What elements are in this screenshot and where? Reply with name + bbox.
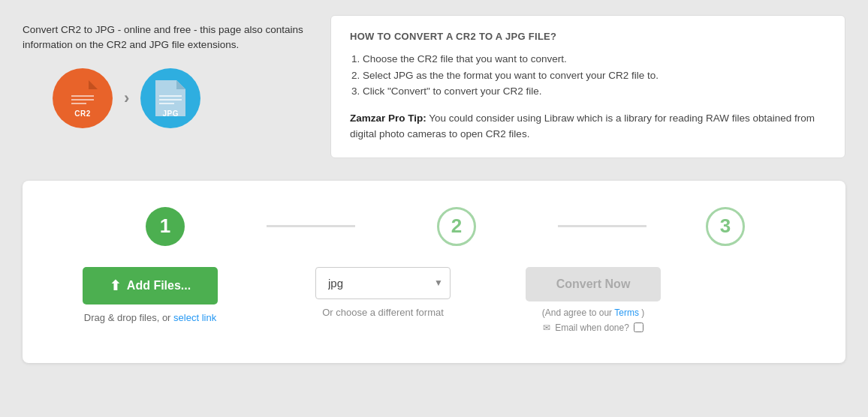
upload-icon: ⬆: [110, 278, 121, 294]
email-checkbox[interactable]: [634, 322, 643, 332]
jpg-label: JPG: [163, 110, 179, 118]
svg-rect-8: [159, 99, 182, 100]
select-link[interactable]: select link: [173, 312, 216, 323]
cr2-label: CR2: [74, 110, 91, 118]
svg-marker-6: [176, 80, 185, 89]
convert-now-button[interactable]: Convert Now: [526, 267, 661, 302]
action-col-3: Convert Now (And agree to our Terms ) ✉ …: [518, 267, 668, 333]
converter-widget: 1 2 3 ⬆ Add Files... Drag & drop files, …: [23, 181, 845, 363]
actions-row: ⬆ Add Files... Drag & drop files, or sel…: [53, 267, 815, 333]
step-line-2: [558, 225, 646, 227]
arrow-icon: ›: [124, 88, 129, 108]
format-select-wrapper: jpg png gif bmp tiff pdf ▼: [315, 267, 451, 299]
howto-list: 1. Choose the CR2 file that you want to …: [350, 51, 826, 100]
howto-title: HOW TO CONVERT A CR2 TO A JPG FILE?: [350, 31, 826, 42]
email-row: ✉ Email when done?: [543, 322, 643, 333]
action-col-1: ⬆ Add Files... Drag & drop files, or sel…: [53, 267, 248, 323]
pro-tip: Zamzar Pro Tip: You could consider using…: [350, 110, 826, 142]
cr2-file-icon: CR2: [53, 68, 113, 128]
howto-panel: HOW TO CONVERT A CR2 TO A JPG FILE? 1. C…: [330, 15, 845, 158]
terms-suffix: ): [641, 308, 644, 318]
svg-rect-2: [71, 95, 94, 97]
description-text: Convert CR2 to JPG - online and free - t…: [23, 22, 308, 53]
terms-link[interactable]: Terms: [614, 308, 639, 318]
step-3-circle: 3: [706, 207, 745, 246]
add-files-button[interactable]: ⬆ Add Files...: [83, 267, 218, 304]
svg-rect-7: [159, 95, 182, 97]
email-icon: ✉: [543, 322, 550, 333]
howto-step-2: 2. Select JPG as the the format you want…: [350, 68, 826, 84]
drag-drop-label: Drag & drop files, or: [84, 312, 171, 323]
howto-step-1: 1. Choose the CR2 file that you want to …: [350, 51, 826, 68]
svg-rect-9: [159, 103, 174, 104]
conversion-icons: CR2 › JPG: [53, 68, 308, 128]
step-2-circle: 2: [437, 207, 476, 246]
svg-rect-4: [71, 103, 86, 104]
email-label: Email when done?: [555, 322, 629, 333]
terms-prefix: (And agree to our: [542, 308, 612, 318]
howto-step-3: 3. Click "Convert" to convert your CR2 f…: [350, 83, 826, 100]
pro-tip-label: Zamzar Pro Tip:: [350, 112, 426, 124]
add-files-label: Add Files...: [127, 279, 191, 292]
steps-row: 1 2 3: [53, 207, 815, 246]
svg-rect-3: [71, 99, 94, 100]
jpg-file-icon: JPG: [140, 68, 200, 128]
step-1-circle: 1: [146, 207, 185, 246]
action-col-2: jpg png gif bmp tiff pdf ▼ Or choose a d…: [285, 267, 481, 318]
drag-drop-text: Drag & drop files, or select link: [84, 312, 216, 323]
svg-marker-1: [89, 80, 98, 89]
terms-text: (And agree to our Terms ): [542, 308, 645, 318]
left-panel: Convert CR2 to JPG - online and free - t…: [23, 15, 308, 158]
step-line-1: [267, 225, 355, 227]
format-select[interactable]: jpg png gif bmp tiff pdf: [315, 267, 451, 299]
different-format-text: Or choose a different format: [322, 307, 444, 318]
